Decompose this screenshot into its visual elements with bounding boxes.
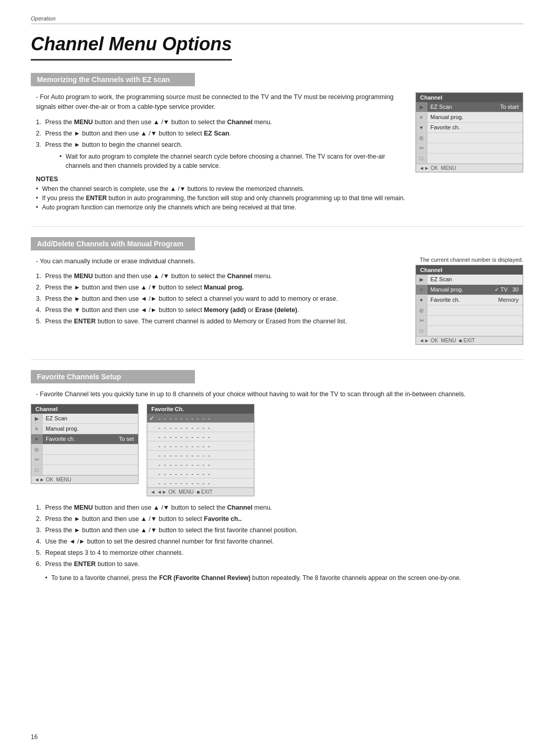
- screen3a-icon-2: ≡: [31, 424, 43, 434]
- fav-dashes-6: - - - - - - - - - -: [156, 460, 254, 469]
- screen1-icon-2: ≡: [416, 112, 427, 122]
- screen3b-title: Favorite Ch.: [147, 404, 254, 414]
- screen1-icon-5: ✄: [416, 143, 427, 153]
- screen2-title: Channel: [416, 265, 523, 275]
- step-1-1: 1. Press the MENU button and then use ▲ …: [36, 117, 405, 127]
- screen2-icon-6: □: [416, 326, 427, 336]
- screen3a-icon-4: ◎: [31, 444, 43, 454]
- screen1-icon-4: ◎: [416, 133, 427, 143]
- step-3-1: 1. Press the MENU button and then use ▲ …: [36, 502, 523, 513]
- step-3-4: 4. Use the ◄ /► button to set the desire…: [36, 536, 523, 547]
- screen2-label-4: [427, 305, 515, 315]
- screen2-label-5: [427, 316, 515, 325]
- screen3a-icon-1: ▶: [31, 414, 43, 423]
- screen1-title: Channel: [416, 93, 523, 102]
- screen1-label-5: [427, 143, 515, 153]
- screen1-icon-6: □: [416, 153, 427, 163]
- screen2-note: The current channel number is displayed.: [416, 257, 523, 263]
- fav-dashes-5: - - - - - - - - - -: [156, 451, 254, 459]
- screen2-icon-1: ▶: [416, 275, 427, 284]
- fav-ch-row-6: - - - - - - - - - -: [147, 460, 254, 469]
- fav-ch-row-8: - - - - - - - - - -: [147, 478, 254, 488]
- notes-title: NOTES: [36, 176, 405, 183]
- fav-check-1: ✓: [147, 415, 156, 422]
- fav-dashes-8: - - - - - - - - - -: [156, 479, 254, 487]
- section3-intro: - Favorite Channel lets you quickly tune…: [36, 390, 523, 399]
- screen-mockup-3b: Favorite Ch. ✓ - - - - - - - - - - - - -…: [147, 404, 254, 496]
- screen1-label-3: Favorite ch.: [427, 123, 515, 132]
- section1-intro: - For Auto program to work, the programm…: [36, 92, 405, 112]
- screen2-value-1: [515, 275, 523, 284]
- screen2-label-1: EZ Scan: [427, 275, 515, 284]
- fav-dashes-4: - - - - - - - - - -: [156, 442, 254, 450]
- section2-intro: - You can manually include or erase indi…: [36, 257, 405, 266]
- step-3-6: 6. Press the ENTER button to save.: [36, 559, 523, 569]
- section1-header: Memorizing the Channels with EZ scan: [31, 73, 195, 86]
- fav-dashes-1: - - - - - - - - - -: [156, 414, 254, 422]
- screen3b-footer: ◄ ◄► OK MENU ■ EXIT: [147, 488, 254, 496]
- notes-list: When the channel search is complete, use…: [36, 184, 405, 212]
- screen3a-row-3: ♥ Favorite ch. To set: [31, 434, 138, 444]
- screen1-label-6: [427, 153, 515, 163]
- screen2-row-3: ♥ Favorite ch. Memory: [416, 295, 523, 305]
- screen2-value-5: [515, 316, 523, 325]
- screen1-row-3: ♥ Favorite ch.: [416, 123, 523, 133]
- screen2-row-4: ◎: [416, 305, 523, 316]
- screen1-label-2: Manual prog.: [427, 112, 515, 122]
- section2-steps: 1. Press the MENU button and then use ▲ …: [36, 271, 405, 326]
- page-title: Channel Menu Options: [31, 33, 232, 61]
- notes-section: NOTES When the channel search is complet…: [36, 176, 405, 212]
- screen1-value-6: [515, 153, 523, 163]
- note-3: Auto program function can memorize only …: [36, 203, 405, 212]
- screen-mockup-1: Channel ▶ EZ Scan To start ≡ Manual prog…: [416, 92, 523, 172]
- screen3a-value-3: To set: [115, 434, 138, 444]
- fav-ch-row-7: - - - - - - - - - -: [147, 469, 254, 478]
- step-3-5: 5. Repeat steps 3 to 4 to memorize other…: [36, 548, 523, 558]
- section-manual-prog: Add/Delete Channels with Manual Program …: [31, 237, 523, 345]
- screen3a-label-4: [43, 444, 130, 454]
- screen2-icon-4: ◎: [416, 305, 427, 315]
- step-2-2: 2. Press the ► button and then use ▲ /▼ …: [36, 282, 405, 293]
- screen3a-value-6: [130, 465, 138, 475]
- screen2-label-2: Manual prog.: [427, 285, 490, 295]
- screen3a-row-2: ≡ Manual prog.: [31, 424, 138, 434]
- fav-ch-row-4: - - - - - - - - - -: [147, 441, 254, 451]
- section-favorite-channels: Favorite Channels Setup - Favorite Chann…: [31, 370, 523, 583]
- screen3a-value-2: [130, 424, 138, 434]
- fav-ch-row-5: - - - - - - - - - -: [147, 451, 254, 460]
- fav-dashes-2: - - - - - - - - - -: [156, 423, 254, 432]
- operation-label: Operation: [31, 15, 523, 22]
- screen3a-footer: ◄► OK MENU: [31, 475, 138, 483]
- note-2: If you press the ENTER button in auto pr…: [36, 193, 405, 203]
- screen3a-title: Channel: [31, 404, 138, 414]
- screen1-row-2: ≡ Manual prog.: [416, 112, 523, 123]
- step-1-3-bullet: Wait for auto program to complete the ch…: [60, 152, 405, 170]
- screen3a-value-4: [130, 444, 138, 454]
- screen1-value-4: [515, 133, 523, 143]
- fav-ch-row-3: - - - - - - - - - -: [147, 432, 254, 441]
- screen2-row-2: ≡ Manual prog. ✓ TV 30: [416, 285, 523, 295]
- screen1-label-1: EZ Scan: [427, 102, 496, 112]
- section1-steps: 1. Press the MENU button and then use ▲ …: [36, 117, 405, 170]
- screen2-icon-5: ✄: [416, 316, 427, 325]
- screen-mockup-3a: Channel ▶ EZ Scan ≡ Manual prog. ♥ Favor…: [31, 404, 138, 496]
- section-ez-scan: Memorizing the Channels with EZ scan - F…: [31, 73, 523, 212]
- screen3a-row-1: ▶ EZ Scan: [31, 414, 138, 424]
- step-2-5: 5. Press the ENTER button to save. The c…: [36, 316, 405, 326]
- step-1-2: 2. Press the ► button and then use ▲ /▼ …: [36, 128, 405, 139]
- screen1-footer: ◄► OK MENU: [416, 164, 523, 172]
- screen1-value-3: [515, 123, 523, 132]
- screen2-label-3: Favorite ch.: [427, 295, 494, 305]
- two-screens-container: Channel ▶ EZ Scan ≡ Manual prog. ♥ Favor…: [31, 404, 523, 496]
- screen3a-row-4: ◎: [31, 444, 138, 455]
- screen3a-value-5: [130, 455, 138, 464]
- screen1-icon-3: ♥: [416, 123, 427, 132]
- screen2-value-2: ✓ TV 30: [490, 285, 523, 295]
- screen1-icon-1: ▶: [416, 102, 427, 112]
- fav-ch-row-1: ✓ - - - - - - - - - -: [147, 414, 254, 423]
- step-2-3: 3. Press the ► button and then use ◄ /► …: [36, 294, 405, 304]
- screen3a-value-1: [130, 414, 138, 423]
- fav-dashes-3: - - - - - - - - - -: [156, 433, 254, 441]
- step-3-2: 2. Press the ► button and then use ▲ /▼ …: [36, 514, 523, 524]
- screen2-label-6: [427, 326, 515, 336]
